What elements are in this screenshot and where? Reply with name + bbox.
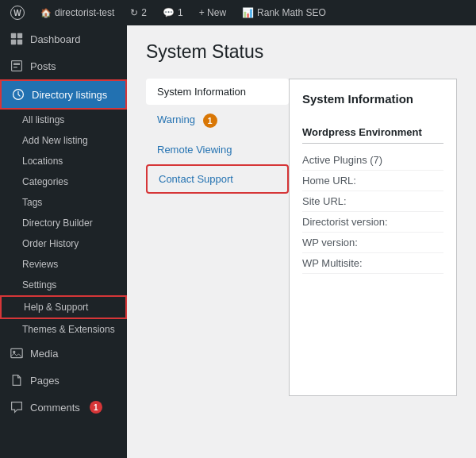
wp-logo-icon: W xyxy=(10,6,25,20)
app-layout: Dashboard Posts Directory listings All l… xyxy=(0,25,476,458)
comments-nav-label: Comments xyxy=(30,402,80,414)
comments-nav-icon xyxy=(10,400,24,414)
sidebar-item-pages[interactable]: Pages xyxy=(0,367,127,394)
updates-icon: ↻ xyxy=(130,7,138,18)
pages-label: Pages xyxy=(30,375,60,387)
admin-bar: W 🏠 directorist-test ↻ 2 💬 1 + New 📊 Ran… xyxy=(0,0,476,25)
updates-count: 2 xyxy=(141,7,147,18)
tab-system-information[interactable]: System Information xyxy=(146,79,289,105)
wp-logo-button[interactable]: W xyxy=(6,0,29,25)
home-url-label: Home URL: xyxy=(302,175,429,187)
info-row-home-url: Home URL: xyxy=(302,171,443,191)
wp-multisite-label: WP Multisite: xyxy=(302,257,429,269)
active-plugins-label: Active Plugins (7) xyxy=(302,154,429,166)
site-name-button[interactable]: 🏠 directorist-test xyxy=(36,0,118,25)
directory-listings-label: Directory listings xyxy=(32,89,107,101)
submenu-directory-builder[interactable]: Directory Builder xyxy=(0,213,127,233)
svg-rect-5 xyxy=(17,40,22,44)
warning-badge: 1 xyxy=(203,114,217,128)
submenu-settings[interactable]: Settings xyxy=(0,275,127,295)
submenu-categories[interactable]: Categories xyxy=(0,171,127,192)
submenu-locations[interactable]: Locations xyxy=(0,151,127,171)
svg-rect-4 xyxy=(11,40,16,44)
rank-math-label: Rank Math SEO xyxy=(257,7,326,18)
svg-text:W: W xyxy=(13,9,21,17)
tab-remote-viewing[interactable]: Remote Viewing xyxy=(146,137,289,163)
site-name-label: directorist-test xyxy=(55,7,114,18)
sidebar-item-media[interactable]: Media xyxy=(0,340,127,367)
comments-nav-badge: 1 xyxy=(90,401,102,414)
tab-warning-label: Warning xyxy=(157,114,195,125)
svg-rect-3 xyxy=(17,33,22,38)
comments-icon: 💬 xyxy=(163,7,175,18)
posts-icon xyxy=(10,59,24,73)
info-section-wordpress: Wordpress Environment xyxy=(302,121,443,144)
info-row-wp-version: WP version: xyxy=(302,233,443,253)
dashboard-label: Dashboard xyxy=(30,33,81,45)
posts-label: Posts xyxy=(30,60,56,72)
sidebar-item-comments[interactable]: Comments 1 xyxy=(0,394,127,421)
info-panel-title: System Information xyxy=(302,92,443,112)
submenu-tags[interactable]: Tags xyxy=(0,192,127,213)
site-url-label: Site URL: xyxy=(302,195,429,207)
directory-submenu: All listings Add New listing Locations C… xyxy=(0,110,127,340)
comments-count: 1 xyxy=(178,7,183,18)
tab-warning[interactable]: Warning 1 xyxy=(146,106,289,135)
rank-math-icon: 📊 xyxy=(242,7,254,18)
submenu-add-new-listing[interactable]: Add New listing xyxy=(0,130,127,151)
submenu-all-listings[interactable]: All listings xyxy=(0,110,127,130)
media-label: Media xyxy=(30,348,58,360)
info-row-directorist-version: Directorist version: xyxy=(302,212,443,233)
sidebar-item-directory-listings[interactable]: Directory listings xyxy=(0,79,127,110)
pages-icon xyxy=(10,373,24,387)
directorist-version-label: Directorist version: xyxy=(302,216,429,228)
info-panel: System Information Wordpress Environment… xyxy=(289,79,457,396)
main-content: System Status System Information Warning… xyxy=(127,25,476,458)
directory-icon xyxy=(11,87,25,102)
rank-math-button[interactable]: 📊 Rank Math SEO xyxy=(238,0,330,25)
tab-contact-support-label: Contact Support xyxy=(159,173,233,185)
info-row-wp-multisite: WP Multisite: xyxy=(302,253,443,274)
info-row-site-url: Site URL: xyxy=(302,191,443,212)
content-area: System Information Warning 1 Remote View… xyxy=(146,79,457,396)
submenu-help-support[interactable]: Help & Support xyxy=(0,295,127,319)
tab-remote-viewing-label: Remote Viewing xyxy=(157,144,232,156)
info-row-active-plugins: Active Plugins (7) xyxy=(302,150,443,171)
tab-contact-support[interactable]: Contact Support xyxy=(146,164,289,194)
page-title: System Status xyxy=(146,41,457,63)
sidebar-item-dashboard[interactable]: Dashboard xyxy=(0,25,127,52)
submenu-order-history[interactable]: Order History xyxy=(0,233,127,254)
submenu-themes-extensions[interactable]: Themes & Extensions xyxy=(0,319,127,340)
dashboard-icon xyxy=(10,32,24,46)
sidebar: Dashboard Posts Directory listings All l… xyxy=(0,25,127,458)
tabs-panel: System Information Warning 1 Remote View… xyxy=(146,79,289,396)
wp-version-label: WP version: xyxy=(302,237,429,248)
media-icon xyxy=(10,346,24,360)
new-label: + New xyxy=(199,7,226,18)
svg-rect-2 xyxy=(11,33,16,38)
new-content-button[interactable]: + New xyxy=(195,0,230,25)
updates-button[interactable]: ↻ 2 xyxy=(126,0,151,25)
submenu-reviews[interactable]: Reviews xyxy=(0,254,127,275)
tab-system-information-label: System Information xyxy=(157,86,246,98)
sidebar-item-posts[interactable]: Posts xyxy=(0,52,127,79)
comments-button[interactable]: 💬 1 xyxy=(159,0,187,25)
